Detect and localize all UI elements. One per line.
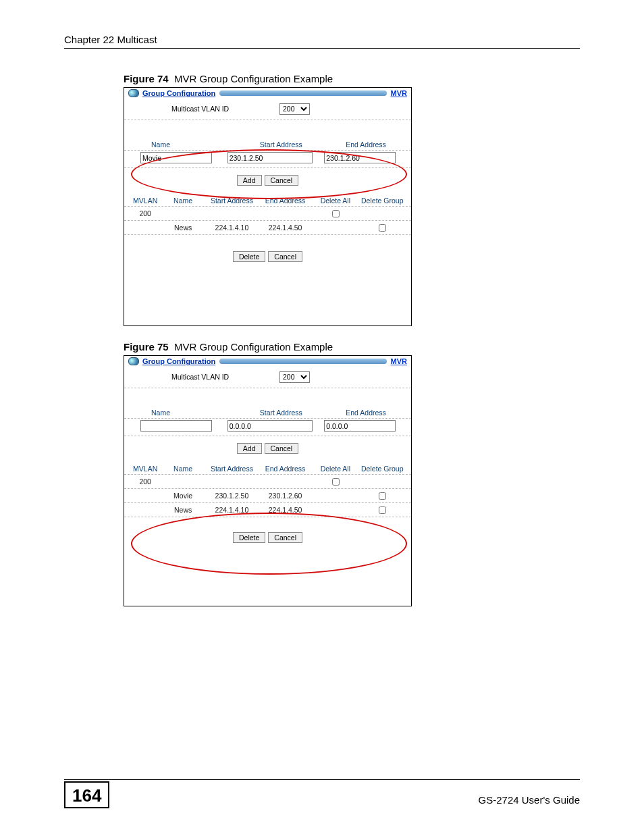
table-row: News 224.1.4.10 224.1.4.50: [124, 221, 411, 235]
cell-name: News: [161, 224, 205, 232]
cell-sa: 230.1.2.50: [205, 492, 259, 500]
col-end-header: End Address: [327, 409, 404, 417]
name-input[interactable]: [140, 420, 212, 432]
multicast-vlan-id-select[interactable]: 200: [279, 371, 310, 383]
col-start-header: Start Address: [234, 409, 327, 417]
col-name-header: Name: [131, 409, 234, 417]
add-button[interactable]: Add: [237, 175, 262, 186]
cell-name: News: [161, 506, 205, 514]
delete-group-checkbox[interactable]: [379, 506, 386, 514]
cell-ea: 224.1.4.50: [259, 224, 312, 232]
cancel-button[interactable]: Cancel: [265, 443, 299, 454]
status-led-icon: [128, 357, 139, 365]
panel-title: Group Configuration: [142, 89, 215, 97]
col-name-header: Name: [131, 140, 234, 149]
th-delgrp: Delete Group: [359, 465, 406, 473]
delete-button[interactable]: Delete: [233, 532, 265, 543]
panel-titlebar: Group Configuration MVR: [124, 356, 411, 367]
th-delall: Delete All: [312, 197, 358, 205]
multicast-vlan-id-label: Multicast VLAN ID: [131, 105, 279, 113]
th-start: Start Address: [205, 197, 259, 205]
th-name: Name: [161, 197, 205, 205]
start-address-input[interactable]: [227, 152, 313, 163]
cell-sa: 224.1.4.10: [205, 224, 259, 232]
cell-mvlan: 200: [130, 209, 161, 217]
th-delgrp: Delete Group: [359, 197, 406, 205]
cell-name: Movie: [161, 492, 205, 500]
delete-group-checkbox[interactable]: [379, 224, 386, 232]
multicast-vlan-id-select[interactable]: 200: [279, 103, 310, 115]
th-name: Name: [161, 465, 205, 473]
th-mvlan: MVLAN: [130, 197, 161, 205]
end-address-input[interactable]: [324, 152, 396, 163]
name-input[interactable]: [140, 152, 212, 163]
delete-all-checkbox[interactable]: [332, 210, 340, 217]
titlebar-decor: [219, 359, 386, 364]
chapter-header: Chapter 22 Multicast: [64, 34, 580, 49]
mvr-link[interactable]: MVR: [391, 357, 407, 365]
th-delall: Delete All: [312, 465, 358, 473]
figure75-caption: Figure 75 MVR Group Configuration Exampl…: [124, 341, 580, 353]
guide-name: GS-2724 User's Guide: [479, 794, 580, 808]
th-start: Start Address: [205, 465, 259, 473]
figure74-num: Figure 74: [124, 73, 169, 84]
th-end: End Address: [259, 465, 312, 473]
figure75-num: Figure 75: [124, 341, 169, 353]
delete-all-checkbox[interactable]: [332, 478, 340, 486]
table-row: 200: [124, 207, 411, 221]
table-row: Movie 230.1.2.50 230.1.2.60: [124, 489, 411, 503]
panel-title: Group Configuration: [142, 357, 215, 365]
titlebar-decor: [219, 90, 386, 96]
delete-group-checkbox[interactable]: [379, 492, 386, 500]
cell-sa: 224.1.4.10: [205, 506, 259, 514]
col-end-header: End Address: [327, 140, 404, 149]
figure74-text: MVR Group Configuration Example: [174, 73, 333, 84]
figure74-caption: Figure 74 MVR Group Configuration Exampl…: [124, 73, 580, 84]
cancel-button[interactable]: Cancel: [265, 175, 299, 186]
cancel-button2[interactable]: Cancel: [268, 251, 302, 262]
table-row: News 224.1.4.10 224.1.4.50: [124, 503, 411, 517]
status-led-icon: [128, 89, 139, 97]
cell-mvlan: 200: [130, 477, 161, 486]
mvr-link[interactable]: MVR: [391, 89, 407, 97]
figure74-screenshot: Group Configuration MVR Multicast VLAN I…: [124, 87, 412, 326]
figure75-text: MVR Group Configuration Example: [174, 341, 333, 353]
th-end: End Address: [259, 197, 312, 205]
cell-ea: 224.1.4.50: [259, 506, 312, 514]
add-button[interactable]: Add: [237, 443, 262, 454]
th-mvlan: MVLAN: [130, 465, 161, 473]
multicast-vlan-id-label: Multicast VLAN ID: [131, 373, 279, 381]
end-address-input[interactable]: [324, 420, 396, 432]
table-row: 200: [124, 475, 411, 489]
col-start-header: Start Address: [234, 140, 327, 149]
panel-titlebar: Group Configuration MVR: [124, 88, 411, 99]
start-address-input[interactable]: [227, 420, 313, 432]
figure75-screenshot: Group Configuration MVR Multicast VLAN I…: [124, 355, 412, 606]
cancel-button2[interactable]: Cancel: [268, 532, 302, 543]
cell-ea: 230.1.2.60: [259, 492, 312, 500]
page-number: 164: [64, 781, 109, 808]
delete-button[interactable]: Delete: [233, 251, 265, 262]
